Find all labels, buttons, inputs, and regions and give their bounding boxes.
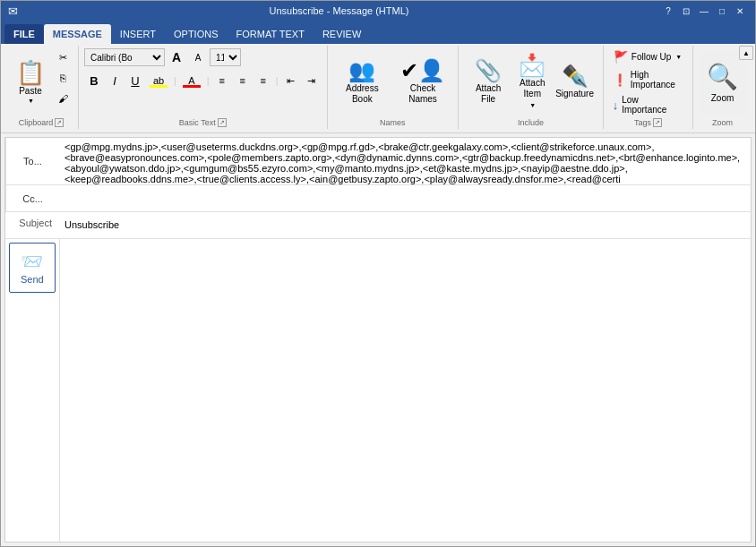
decrease-font-size-button[interactable]: A — [188, 47, 208, 67]
paste-icon: 📋 — [16, 61, 45, 84]
cc-button[interactable]: Cc... — [5, 185, 59, 211]
tags-expand-icon[interactable]: ↗ — [653, 118, 662, 127]
subject-label: Subject — [5, 212, 59, 234]
to-input[interactable] — [59, 138, 751, 184]
body-area: 📨 Send — [5, 239, 751, 542]
body-input[interactable] — [60, 239, 751, 542]
zoom-label: Zoom — [711, 93, 735, 103]
subject-field: Subject — [5, 212, 751, 239]
align-left-button[interactable]: ≡ — [212, 71, 232, 90]
align-center-button[interactable]: ≡ — [233, 71, 253, 90]
basic-text-group-label: Basic Text ↗ — [84, 118, 322, 127]
address-book-label: Address Book — [339, 83, 385, 105]
clipboard-side: ✂ ⎘ 🖌 — [53, 47, 73, 116]
tab-message[interactable]: MESSAGE — [44, 24, 111, 44]
include-group: 📎 Attach File 📩 AttachItem ▼ ✒️ Signatur… — [459, 46, 604, 129]
attach-file-icon: 📎 — [475, 60, 502, 81]
zoom-icon: 🔍 — [707, 62, 738, 91]
names-content: 👥 Address Book ✔👤 Check Names — [333, 47, 452, 116]
basic-text-group: Calibri (Bo A A 11 B I U ab | A | ≡ — [79, 46, 328, 129]
tags-group-label: Tags ↗ — [609, 118, 687, 127]
maximize-button[interactable]: □ — [714, 4, 730, 18]
attach-file-label: Attach File — [470, 83, 506, 105]
names-group: 👥 Address Book ✔👤 Check Names Names — [328, 46, 459, 129]
address-book-button[interactable]: 👥 Address Book — [333, 51, 391, 114]
compact-button[interactable]: ⊡ — [678, 4, 694, 18]
cc-input[interactable] — [59, 185, 751, 210]
send-panel: 📨 Send — [5, 239, 60, 542]
highlight-button[interactable]: ab — [146, 71, 171, 90]
attach-item-label: AttachItem ▼ — [520, 78, 545, 110]
underline-button[interactable]: U — [125, 71, 145, 90]
clipboard-expand-icon[interactable]: ↗ — [55, 118, 64, 127]
minimize-button[interactable]: — — [696, 4, 712, 18]
align-right-button[interactable]: ≡ — [253, 71, 273, 90]
increase-indent-button[interactable]: ⇥ — [302, 71, 322, 90]
check-names-button[interactable]: ✔👤 Check Names — [393, 51, 452, 114]
tab-bar: FILE MESSAGE INSERT OPTIONS FORMAT TEXT … — [1, 21, 755, 44]
ribbon: 📋 Paste ▼ ✂ ⎘ 🖌 Clipboard ↗ C — [1, 44, 755, 133]
basic-text-expand-icon[interactable]: ↗ — [218, 118, 227, 127]
bold-button[interactable]: B — [84, 71, 104, 90]
font-name-select[interactable]: Calibri (Bo — [84, 48, 165, 66]
attach-item-icon: 📩 — [519, 55, 546, 76]
flag-icon: 🚩 — [614, 50, 628, 64]
high-importance-icon: ❗ — [613, 73, 627, 87]
names-group-label: Names — [333, 118, 452, 127]
follow-up-button[interactable]: 🚩 Follow Up ▼ — [609, 47, 686, 66]
tab-insert[interactable]: INSERT — [111, 24, 165, 44]
format-btns-row: B I U ab | A | ≡ ≡ ≡ | ⇤ ⇥ — [84, 71, 322, 90]
ribbon-collapse-button[interactable]: ▲ — [739, 46, 753, 60]
check-names-label: Check Names — [399, 83, 446, 105]
font-color-button[interactable]: A — [179, 71, 204, 90]
main-content: To... Cc... Subject 📨 Send — [1, 133, 755, 546]
high-importance-button[interactable]: ❗ High Importance — [609, 68, 687, 91]
tags-content: 🚩 Follow Up ▼ ❗ High Importance ↓ Low Im… — [609, 47, 687, 116]
attach-item-button[interactable]: 📩 AttachItem ▼ — [514, 51, 550, 114]
paste-button[interactable]: 📋 Paste ▼ — [10, 47, 51, 116]
copy-button[interactable]: ⎘ — [53, 68, 73, 88]
send-icon: 📨 — [21, 251, 43, 272]
tab-review[interactable]: REVIEW — [314, 24, 370, 44]
italic-button[interactable]: I — [105, 71, 125, 90]
clipboard-group-content: 📋 Paste ▼ ✂ ⎘ 🖌 — [10, 47, 73, 116]
low-importance-icon: ↓ — [613, 98, 619, 112]
to-field: To... — [5, 138, 751, 185]
signature-icon: ✒️ — [562, 65, 588, 87]
tab-options[interactable]: OPTIONS — [165, 24, 228, 44]
low-importance-button[interactable]: ↓ Low Importance — [609, 93, 687, 116]
window-controls: ? ⊡ — □ ✕ — [660, 4, 748, 18]
follow-up-dropdown-arrow: ▼ — [675, 54, 682, 60]
paste-label: Paste — [19, 86, 42, 96]
increase-font-size-button[interactable]: A — [167, 47, 186, 67]
attach-file-button[interactable]: 📎 Attach File — [464, 51, 512, 114]
font-controls-row: Calibri (Bo A A 11 — [84, 47, 241, 67]
cc-field: Cc... — [5, 185, 751, 212]
zoom-button[interactable]: 🔍 Zoom — [699, 51, 746, 114]
close-button[interactable]: ✕ — [732, 4, 748, 18]
app-window: ✉ Unsubscribe - Message (HTML) ? ⊡ — □ ✕… — [0, 0, 756, 547]
high-importance-label: High Importance — [631, 70, 683, 90]
font-size-select[interactable]: 11 — [210, 48, 241, 66]
check-names-icon: ✔👤 — [400, 60, 445, 81]
window-title: Unsubscribe - Message (HTML) — [18, 5, 660, 16]
signature-button[interactable]: ✒️ Signature — [552, 51, 597, 114]
paste-dropdown-arrow: ▼ — [28, 98, 34, 104]
email-area: To... Cc... Subject 📨 Send — [4, 137, 752, 543]
subject-input[interactable] — [59, 212, 751, 237]
format-painter-button[interactable]: 🖌 — [53, 89, 73, 108]
address-book-icon: 👥 — [348, 60, 375, 81]
cut-button[interactable]: ✂ — [53, 47, 73, 67]
send-button[interactable]: 📨 Send — [9, 243, 56, 293]
clipboard-group-label: Clipboard ↗ — [10, 118, 73, 127]
tab-format-text[interactable]: FORMAT TEXT — [228, 24, 314, 44]
include-content: 📎 Attach File 📩 AttachItem ▼ ✒️ Signatur… — [464, 47, 597, 116]
help-button[interactable]: ? — [660, 4, 676, 18]
title-bar: ✉ Unsubscribe - Message (HTML) ? ⊡ — □ ✕ — [1, 1, 755, 21]
send-label: Send — [21, 274, 44, 285]
low-importance-label: Low Importance — [622, 95, 683, 115]
decrease-indent-button[interactable]: ⇤ — [281, 71, 301, 90]
basic-text-content: Calibri (Bo A A 11 B I U ab | A | ≡ — [84, 47, 322, 116]
tab-file[interactable]: FILE — [4, 24, 44, 44]
to-button[interactable]: To... — [5, 138, 59, 184]
